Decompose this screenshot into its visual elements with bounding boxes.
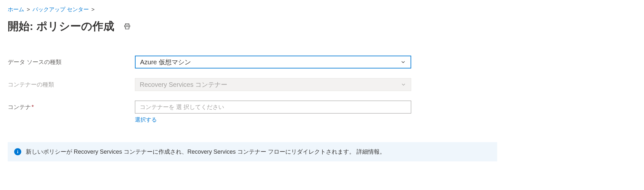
required-asterisk: * — [32, 104, 34, 110]
title-row: 開始: ポリシーの作成 — [8, 19, 636, 34]
datasource-value: Azure 仮想マシン — [140, 58, 191, 67]
datasource-label: データ ソースの種類 — [8, 58, 135, 66]
container-type-select: Recovery Services コンテナー — [135, 78, 411, 91]
breadcrumb-home[interactable]: ホーム — [8, 6, 24, 13]
chevron-down-icon — [400, 59, 406, 65]
page-title: 開始: ポリシーの作成 — [8, 19, 114, 34]
info-bar: 新しいポリシーが Recovery Services コンテナーに作成され、Re… — [8, 142, 497, 161]
svg-rect-1 — [125, 27, 129, 29]
info-text: 新しいポリシーが Recovery Services コンテナーに作成され、Re… — [26, 148, 385, 156]
container-input[interactable]: コンテナーを 選 択してください — [135, 101, 411, 113]
svg-rect-3 — [17, 151, 18, 153]
container-placeholder: コンテナーを 選 択してください — [140, 103, 224, 111]
datasource-row: データ ソースの種類 Azure 仮想マシン — [8, 56, 636, 68]
breadcrumb-backup-center[interactable]: バックアップ センター — [33, 6, 89, 13]
svg-point-2 — [17, 150, 18, 151]
info-icon — [14, 148, 21, 155]
container-type-value: Recovery Services コンテナー — [140, 80, 227, 89]
container-label-text: コンテナ — [8, 104, 31, 110]
breadcrumb: ホーム > バックアップ センター > — [8, 6, 636, 13]
container-type-label: コンテナーの種類 — [8, 81, 135, 88]
container-label: コンテナ* — [8, 101, 135, 111]
container-select-link[interactable]: 選択する — [135, 116, 157, 123]
datasource-select[interactable]: Azure 仮想マシン — [135, 56, 411, 68]
container-row: コンテナ* コンテナーを 選 択してください 選択する — [8, 101, 636, 123]
breadcrumb-sep: > — [27, 6, 30, 13]
print-icon[interactable] — [123, 23, 131, 30]
breadcrumb-sep: > — [91, 6, 95, 13]
chevron-down-icon — [401, 82, 406, 87]
container-type-row: コンテナーの種類 Recovery Services コンテナー — [8, 78, 636, 91]
